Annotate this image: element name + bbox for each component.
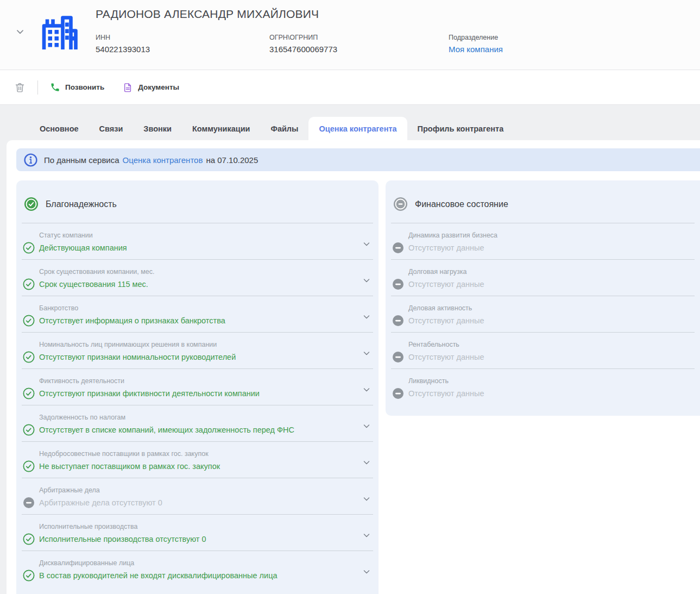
row-label: Недобросовестные поставщики в рамках гос… <box>39 450 357 458</box>
contact-name: РАДИОНОВ АЛЕКСАНДР МИХАЙЛОВИЧ <box>96 8 700 21</box>
tab-relations[interactable]: Связи <box>89 117 134 140</box>
row-label: Статус компании <box>39 232 357 239</box>
banner-text-prefix: По данным сервиса <box>44 155 119 165</box>
row-label: Арбитражные дела <box>39 486 357 494</box>
minus-circle-icon <box>23 497 35 509</box>
tab-content: По данным сервиса Оценка контрагентов на… <box>7 140 700 594</box>
reliability-panel-header: Благонадежность <box>22 180 373 223</box>
chevron-down-icon[interactable] <box>362 567 371 576</box>
contact-header: РАДИОНОВ АЛЕКСАНДР МИХАЙЛОВИЧ ИНН 540221… <box>0 0 700 70</box>
banner-service-link[interactable]: Оценка контрагентов <box>123 155 203 165</box>
action-toolbar: Позвонить Документы <box>0 70 700 105</box>
check-circle-icon <box>23 424 35 436</box>
assessment-row[interactable]: Деловая активность Отсутствуют данные <box>391 296 695 333</box>
row-label: Фиктивность деятельности <box>39 377 357 385</box>
assessment-row[interactable]: Арбитражные дела Арбитражные дела отсутс… <box>22 478 373 515</box>
finance-panel-title: Финансовое состояние <box>415 199 508 209</box>
tab-main[interactable]: Основное <box>29 117 89 140</box>
chevron-down-icon[interactable] <box>362 385 371 394</box>
row-value: Отсутствуют признаки фиктивности деятель… <box>39 389 357 398</box>
trash-icon[interactable] <box>14 82 26 93</box>
info-banner: По данным сервиса Оценка контрагентов на… <box>16 148 700 171</box>
assessment-row[interactable]: Задолженность по налогам Отсутствует в с… <box>22 405 373 442</box>
check-circle-icon <box>23 460 35 472</box>
minus-circle-icon <box>392 242 404 254</box>
tab-counterparty-assessment[interactable]: Оценка контрагента <box>308 117 407 140</box>
row-value: Отсутствуют данные <box>408 353 678 361</box>
assessment-row[interactable]: Исполнительные производства Исполнительн… <box>22 515 373 551</box>
assessment-row[interactable]: Дисквалифицированные лица В состав руков… <box>22 551 373 587</box>
tab-counterparty-profile[interactable]: Профиль контрагента <box>407 117 514 140</box>
row-value: Исполнительные производства отсутствуют … <box>39 535 357 543</box>
row-label: Динамика развития бизнеса <box>408 232 678 239</box>
tab-calls[interactable]: Звонки <box>133 117 182 140</box>
assessment-row[interactable]: Динамика развития бизнеса Отсутствуют да… <box>391 223 695 260</box>
division-link[interactable]: Моя компания <box>449 45 503 54</box>
row-label: Задолженность по налогам <box>39 414 357 421</box>
row-value: Действующая компания <box>39 243 357 252</box>
ogrn-value: 316547600069773 <box>269 45 449 54</box>
row-value: Срок существования 115 мес. <box>39 280 357 289</box>
chevron-down-icon[interactable] <box>362 240 371 248</box>
assessment-row[interactable]: Фиктивность деятельности Отсутствуют при… <box>22 369 373 405</box>
check-circle-icon <box>23 242 35 254</box>
documents-button-label: Документы <box>138 83 179 91</box>
assessment-row[interactable]: Статус компании Действующая компания <box>22 223 373 260</box>
call-button-label: Позвонить <box>65 83 104 91</box>
chevron-down-icon[interactable] <box>362 495 371 503</box>
call-button[interactable]: Позвонить <box>50 82 104 92</box>
assessment-row[interactable]: Ликвидность Отсутствуют данные <box>391 369 695 405</box>
reliability-panel-title: Благонадежность <box>46 199 117 209</box>
assessment-row[interactable]: Недобросовестные поставщики в рамках гос… <box>22 442 373 478</box>
minus-circle-icon <box>392 278 404 290</box>
finance-panel-header: Финансовое состояние <box>391 180 695 223</box>
minus-circle-icon <box>392 351 404 363</box>
info-icon <box>23 153 38 167</box>
reliability-panel: Благонадежность Статус компании Действую… <box>16 180 379 594</box>
minus-circle-icon <box>392 315 404 327</box>
assessment-row[interactable]: Номинальность лиц принимающих решения в … <box>22 333 373 369</box>
check-circle-filled-icon <box>24 197 39 211</box>
row-value: Отсутствуют данные <box>408 243 678 252</box>
row-label: Деловая активность <box>408 304 678 312</box>
row-value: Отсутствуют данные <box>408 316 678 325</box>
row-label: Срок существования компании, мес. <box>39 268 357 276</box>
tab-files[interactable]: Файлы <box>261 117 309 140</box>
chevron-down-icon[interactable] <box>362 349 371 358</box>
row-value: В состав руководителей не входят дисквал… <box>39 571 357 580</box>
company-building-icon <box>36 12 81 60</box>
row-label: Банкротство <box>39 304 357 312</box>
assessment-row[interactable]: Рентабельность Отсутствуют данные <box>391 333 695 369</box>
chevron-down-icon[interactable] <box>362 422 371 430</box>
documents-button[interactable]: Документы <box>123 82 179 93</box>
minus-circle-filled-icon <box>393 197 408 211</box>
finance-panel: Финансовое состояние Динамика развития б… <box>386 180 700 416</box>
collapse-chevron-icon[interactable] <box>15 27 25 39</box>
inn-label: ИНН <box>96 34 269 41</box>
row-value: Отсутствуют данные <box>408 280 678 289</box>
field-inn: ИНН 540221393013 <box>96 34 269 54</box>
check-circle-icon <box>23 315 35 327</box>
row-label: Исполнительные производства <box>39 523 357 530</box>
row-value: Отсутствуют данные <box>408 389 678 398</box>
row-label: Дисквалифицированные лица <box>39 559 357 567</box>
chevron-down-icon[interactable] <box>362 531 371 540</box>
row-value: Отсутствуют признаки номинальности руков… <box>39 353 357 361</box>
toolbar-divider <box>37 80 38 95</box>
chevron-down-icon[interactable] <box>362 312 371 321</box>
division-label: Подразделение <box>449 34 503 41</box>
row-label: Номинальность лиц принимающих решения в … <box>39 341 357 348</box>
chevron-down-icon[interactable] <box>362 458 371 467</box>
field-ogrn: ОГРН\ОГРНИП 316547600069773 <box>269 34 449 54</box>
assessment-row[interactable]: Банкротство Отсутствует информация о при… <box>22 296 373 333</box>
assessment-row[interactable]: Долговая нагрузка Отсутствуют данные <box>391 260 695 296</box>
row-value: Отсутствует информация о признаках банкр… <box>39 316 357 325</box>
assessment-row[interactable]: Срок существования компании, мес. Срок с… <box>22 260 373 296</box>
tab-bar: Основное Связи Звонки Коммуникации Файлы… <box>0 105 700 140</box>
tab-communications[interactable]: Коммуникации <box>182 117 261 140</box>
row-label: Ликвидность <box>408 377 678 385</box>
banner-text-suffix: на 07.10.2025 <box>206 155 258 165</box>
check-circle-icon <box>23 278 35 290</box>
chevron-down-icon[interactable] <box>362 276 371 285</box>
inn-value: 540221393013 <box>96 45 269 54</box>
